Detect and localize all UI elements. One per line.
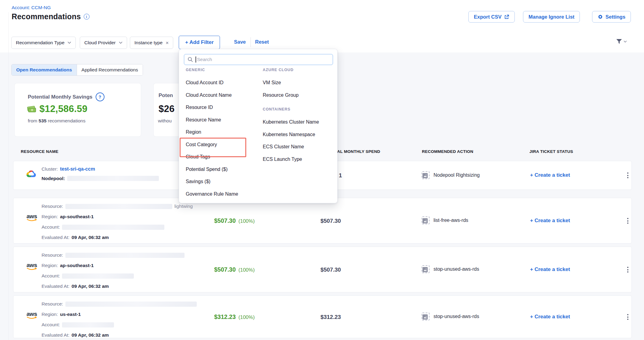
redacted-value [62,225,164,230]
filter-option-cost-category[interactable]: Cost Category [183,139,257,151]
left-edge-rule [8,12,9,340]
filter-option-vm-size[interactable]: VM Size [260,77,334,89]
table-row[interactable]: aws Resource: Region: us-east-1 Account:… [13,295,632,338]
help-icon[interactable]: ? [96,92,104,101]
filter-option-ecs-cluster-name[interactable]: ECS Cluster Name [260,141,334,153]
filter-option-kubernetes-cluster-name[interactable]: Kubernetes Cluster Name [260,116,334,128]
create-ticket-button[interactable]: + Create a ticket [530,172,570,178]
row-menu-button[interactable] [622,267,633,273]
chevron-down-icon [624,41,627,43]
search-input[interactable] [184,54,333,65]
table-row[interactable]: aws Resource: Region: ap-southeast-1 Acc… [13,247,632,292]
filter-option-potential-spend[interactable]: Potential Spend ($) [183,163,257,176]
monthly-savings-value: $507.30 (100%) [214,266,255,273]
filter-option-resource-id[interactable]: Resource ID [183,101,257,114]
redacted-value [65,204,172,209]
column-header-recommended-action: RECOMMENDED ACTION [422,149,473,154]
savings-amount: $312.23 [214,313,236,320]
filter-option-governance-rule-name[interactable]: Governance Rule Name [183,188,257,201]
filter-option-resource-name[interactable]: Resource Name [183,114,257,126]
breadcrumb-account-link[interactable]: Account: CCM-NG [12,5,51,10]
reset-filter-link[interactable]: Reset [255,39,269,45]
filter-panel-toggle[interactable] [616,39,627,45]
evaluated-line: Evaluated At: 09 Apr, 06:32 am [42,281,185,291]
text-cursor [196,56,196,63]
total-monthly-spend-value: $312.23 [320,314,341,320]
export-csv-label: Export CSV [474,14,502,20]
table-row[interactable]: aws Resource: lightwing Region: ap-south… [13,198,632,244]
filter-option-cloud-account-id[interactable]: Cloud Account ID [183,77,257,89]
row-menu-button[interactable] [622,314,633,320]
evaluated-value: 09 Apr, 06:32 am [71,284,109,289]
filter-option-resource-group[interactable]: Resource Group [260,89,334,102]
aws-logo: aws [26,214,38,222]
external-link-icon [504,14,509,20]
chip-label: Recommendation Type [16,40,64,45]
filter-option-kubernetes-namespace[interactable]: Kubernetes Namespace [260,128,334,141]
row-menu-button[interactable] [622,172,633,178]
savings-amount: $507.30 [214,266,236,273]
resource-line: Resource: lightwing [42,201,193,212]
total-monthly-spend-value: $507.30 [320,266,341,273]
tab-applied-recommendations[interactable]: Applied Recommendations [77,64,143,75]
page-title: Recommendations [12,12,81,21]
manage-ignore-list-button[interactable]: Manage Ignore List [523,11,580,23]
spend-subtext: withou [158,118,172,124]
savings-card-title: Potential Monthly Savings [28,94,93,100]
savings-percent: (100%) [239,267,255,273]
filter-option-cloud-account-name[interactable]: Cloud Account Name [183,89,257,102]
account-label: Account: [42,273,60,279]
region-label: Region: [42,263,58,268]
filter-chip-instance-type[interactable]: Instance type × [130,37,173,49]
save-filter-link[interactable]: Save [234,39,246,45]
savings-value: $12,586.59 [39,103,87,114]
action-image-placeholder-icon [422,216,430,224]
tab-open-recommendations[interactable]: Open Recommendations [12,64,77,75]
resource-label: Resource: [42,301,63,307]
account-label: Account: [42,322,60,327]
monthly-savings-value: $507.30 (100%) [214,217,255,224]
evaluated-line: Evaluated At: 09 Apr, 06:32 am [42,232,193,243]
evaluated-label: Evaluated At: [42,284,69,289]
remove-chip-icon[interactable]: × [166,40,169,45]
export-csv-button[interactable]: Export CSV [468,11,515,23]
filter-option-region[interactable]: Region [183,126,257,139]
cluster-name-link[interactable]: test-sri-qa-ccm [60,166,95,172]
add-filter-dropdown: GENERIC Cloud Account ID Cloud Account N… [179,49,338,203]
region-line: Region: ap-southeast-1 [42,260,185,271]
recommended-action-cell[interactable]: stop-unused-aws-rds [422,265,479,273]
gcp-logo [26,169,37,179]
savings-count: 535 [38,118,46,123]
evaluated-line: Evaluated At: 09 Apr, 06:32 am [42,330,197,340]
money-icon [27,105,37,113]
action-name: list-free-aws-rds [434,218,468,223]
action-name: Nodepool Rightsizing [434,172,480,178]
filter-option-ecs-launch-type[interactable]: ECS Launch Type [260,153,334,166]
filter-chip-recommendation-type[interactable]: Recommendation Type [11,37,76,49]
filter-option-cloud-tags[interactable]: Cloud Tags [183,151,257,163]
create-ticket-button[interactable]: + Create a ticket [530,314,570,320]
cluster-line: Cluster: test-sri-qa-ccm [42,164,159,174]
funnel-icon [616,39,622,45]
gear-icon [598,14,603,20]
savings-percent: (100%) [239,218,255,224]
filter-chip-cloud-provider[interactable]: Cloud Provider [80,37,127,49]
chip-label: Cloud Provider [84,40,116,45]
section-header-containers: CONTAINERS [260,106,334,113]
info-icon[interactable]: i [84,14,90,20]
create-ticket-button[interactable]: + Create a ticket [530,218,570,224]
resource-label: Resource: [42,204,63,209]
filter-option-savings[interactable]: Savings ($) [183,175,257,188]
region-value: ap-southeast-1 [60,263,93,268]
savings-subtext: from 535 recommendations [28,118,86,124]
account-label: Account: [42,224,60,230]
recommended-action-cell[interactable]: stop-unused-aws-rds [422,313,479,320]
region-label: Region: [42,214,58,219]
row-menu-button[interactable] [622,218,633,224]
settings-button[interactable]: Settings [592,11,631,23]
create-ticket-button[interactable]: + Create a ticket [530,266,570,273]
region-label: Region: [42,312,58,317]
recommended-action-cell[interactable]: Nodepool Rightsizing [422,171,480,179]
recommended-action-cell[interactable]: list-free-aws-rds [422,216,468,224]
add-filter-button[interactable]: + Add Filter [179,36,220,49]
